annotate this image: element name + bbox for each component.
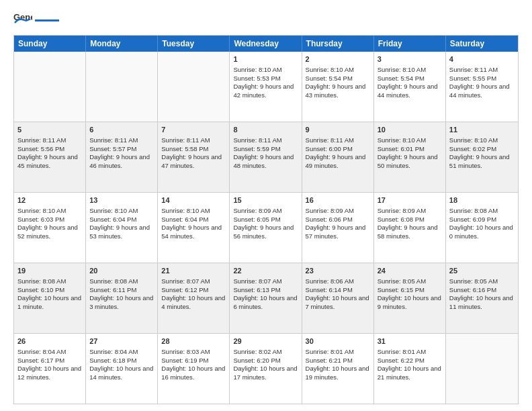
weekday-header-friday: Friday [374, 36, 446, 52]
day-number: 7 [161, 125, 226, 135]
calendar-day-10: 10Sunrise: 8:10 AM Sunset: 6:01 PM Dayli… [374, 122, 446, 192]
weekday-header-saturday: Saturday [446, 36, 518, 52]
day-number: 6 [89, 125, 154, 135]
day-info: Sunrise: 8:09 AM Sunset: 6:06 PM Dayligh… [306, 207, 366, 240]
day-info: Sunrise: 8:10 AM Sunset: 6:04 PM Dayligh… [161, 207, 222, 240]
calendar-day-20: 20Sunrise: 8:08 AM Sunset: 6:11 PM Dayli… [86, 263, 158, 333]
calendar-day-24: 24Sunrise: 8:05 AM Sunset: 6:15 PM Dayli… [374, 263, 446, 333]
calendar-row-4: 26Sunrise: 8:04 AM Sunset: 6:17 PM Dayli… [14, 334, 518, 404]
calendar-day-5: 5Sunrise: 8:11 AM Sunset: 5:56 PM Daylig… [14, 122, 86, 192]
day-info: Sunrise: 8:02 AM Sunset: 6:20 PM Dayligh… [233, 348, 297, 381]
calendar-header: SundayMondayTuesdayWednesdayThursdayFrid… [14, 36, 518, 52]
day-info: Sunrise: 8:09 AM Sunset: 6:08 PM Dayligh… [378, 207, 438, 240]
day-number: 16 [306, 195, 370, 205]
day-number: 5 [17, 125, 82, 135]
calendar-day-9: 9Sunrise: 8:11 AM Sunset: 6:00 PM Daylig… [302, 122, 374, 192]
day-info: Sunrise: 8:09 AM Sunset: 6:05 PM Dayligh… [233, 207, 294, 240]
calendar-day-16: 16Sunrise: 8:09 AM Sunset: 6:06 PM Dayli… [302, 193, 374, 263]
day-info: Sunrise: 8:10 AM Sunset: 6:02 PM Dayligh… [449, 136, 510, 169]
day-info: Sunrise: 8:06 AM Sunset: 6:14 PM Dayligh… [306, 277, 369, 310]
day-info: Sunrise: 8:10 AM Sunset: 6:03 PM Dayligh… [17, 207, 78, 240]
day-info: Sunrise: 8:04 AM Sunset: 6:18 PM Dayligh… [89, 348, 153, 381]
calendar-day-31: 31Sunrise: 8:01 AM Sunset: 6:22 PM Dayli… [374, 334, 446, 404]
day-number: 9 [306, 125, 370, 135]
day-info: Sunrise: 8:11 AM Sunset: 5:55 PM Dayligh… [449, 66, 510, 99]
calendar-day-6: 6Sunrise: 8:11 AM Sunset: 5:57 PM Daylig… [86, 122, 158, 192]
calendar-row-1: 5Sunrise: 8:11 AM Sunset: 5:56 PM Daylig… [14, 122, 518, 193]
calendar-day-22: 22Sunrise: 8:07 AM Sunset: 6:13 PM Dayli… [230, 263, 302, 333]
weekday-header-tuesday: Tuesday [158, 36, 230, 52]
day-number: 23 [306, 266, 370, 276]
calendar-day-19: 19Sunrise: 8:08 AM Sunset: 6:10 PM Dayli… [14, 263, 86, 333]
calendar-day-18: 18Sunrise: 8:08 AM Sunset: 6:09 PM Dayli… [446, 193, 518, 263]
calendar-row-3: 19Sunrise: 8:08 AM Sunset: 6:10 PM Dayli… [14, 263, 518, 334]
calendar-day-11: 11Sunrise: 8:10 AM Sunset: 6:02 PM Dayli… [446, 122, 518, 192]
day-number: 21 [161, 266, 226, 276]
weekday-header-wednesday: Wednesday [230, 36, 302, 52]
day-info: Sunrise: 8:10 AM Sunset: 5:53 PM Dayligh… [233, 66, 294, 99]
calendar-day-12: 12Sunrise: 8:10 AM Sunset: 6:03 PM Dayli… [14, 193, 86, 263]
day-info: Sunrise: 8:03 AM Sunset: 6:19 PM Dayligh… [161, 348, 225, 381]
day-info: Sunrise: 8:07 AM Sunset: 6:13 PM Dayligh… [233, 277, 297, 310]
calendar-empty-cell [158, 52, 230, 122]
logo: General [13, 11, 59, 30]
calendar-day-7: 7Sunrise: 8:11 AM Sunset: 5:58 PM Daylig… [158, 122, 230, 192]
day-info: Sunrise: 8:11 AM Sunset: 6:00 PM Dayligh… [306, 136, 366, 169]
calendar-row-0: 1Sunrise: 8:10 AM Sunset: 5:53 PM Daylig… [14, 52, 518, 122]
calendar-day-27: 27Sunrise: 8:04 AM Sunset: 6:18 PM Dayli… [86, 334, 158, 404]
weekday-header-thursday: Thursday [302, 36, 374, 52]
day-number: 4 [449, 54, 515, 64]
day-info: Sunrise: 8:08 AM Sunset: 6:11 PM Dayligh… [89, 277, 153, 310]
day-number: 10 [378, 125, 442, 135]
day-number: 15 [233, 195, 298, 205]
day-info: Sunrise: 8:11 AM Sunset: 5:57 PM Dayligh… [89, 136, 150, 169]
day-number: 19 [17, 266, 82, 276]
day-number: 2 [306, 54, 370, 64]
calendar-day-21: 21Sunrise: 8:07 AM Sunset: 6:12 PM Dayli… [158, 263, 230, 333]
day-number: 12 [17, 195, 82, 205]
day-info: Sunrise: 8:05 AM Sunset: 6:15 PM Dayligh… [378, 277, 441, 310]
day-info: Sunrise: 8:01 AM Sunset: 6:21 PM Dayligh… [306, 348, 369, 381]
day-info: Sunrise: 8:11 AM Sunset: 5:58 PM Dayligh… [161, 136, 222, 169]
logo-icon: General [13, 11, 32, 30]
day-info: Sunrise: 8:08 AM Sunset: 6:10 PM Dayligh… [17, 277, 81, 310]
day-number: 13 [89, 195, 154, 205]
day-number: 18 [449, 195, 515, 205]
day-number: 8 [233, 125, 298, 135]
day-number: 11 [449, 125, 515, 135]
day-number: 24 [378, 266, 442, 276]
day-number: 20 [89, 266, 154, 276]
day-number: 28 [161, 336, 226, 347]
day-info: Sunrise: 8:10 AM Sunset: 5:54 PM Dayligh… [306, 66, 366, 99]
calendar-day-30: 30Sunrise: 8:01 AM Sunset: 6:21 PM Dayli… [302, 334, 374, 404]
day-info: Sunrise: 8:10 AM Sunset: 5:54 PM Dayligh… [378, 66, 438, 99]
day-info: Sunrise: 8:04 AM Sunset: 6:17 PM Dayligh… [17, 348, 81, 381]
day-info: Sunrise: 8:11 AM Sunset: 5:59 PM Dayligh… [233, 136, 294, 169]
calendar-empty-cell [446, 334, 518, 404]
day-number: 30 [306, 336, 370, 347]
weekday-header-sunday: Sunday [14, 36, 86, 52]
calendar-day-2: 2Sunrise: 8:10 AM Sunset: 5:54 PM Daylig… [302, 52, 374, 122]
day-number: 29 [233, 336, 298, 347]
day-number: 26 [17, 336, 82, 347]
day-number: 27 [89, 336, 154, 347]
calendar-day-8: 8Sunrise: 8:11 AM Sunset: 5:59 PM Daylig… [230, 122, 302, 192]
calendar-day-15: 15Sunrise: 8:09 AM Sunset: 6:05 PM Dayli… [230, 193, 302, 263]
day-info: Sunrise: 8:08 AM Sunset: 6:09 PM Dayligh… [449, 207, 513, 240]
day-info: Sunrise: 8:07 AM Sunset: 6:12 PM Dayligh… [161, 277, 225, 310]
day-info: Sunrise: 8:05 AM Sunset: 6:16 PM Dayligh… [449, 277, 513, 310]
day-info: Sunrise: 8:10 AM Sunset: 6:01 PM Dayligh… [378, 136, 438, 169]
day-number: 3 [378, 54, 442, 64]
calendar-day-1: 1Sunrise: 8:10 AM Sunset: 5:53 PM Daylig… [230, 52, 302, 122]
day-number: 17 [378, 195, 442, 205]
calendar: SundayMondayTuesdayWednesdayThursdayFrid… [13, 35, 519, 404]
calendar-body: 1Sunrise: 8:10 AM Sunset: 5:53 PM Daylig… [14, 52, 518, 404]
calendar-day-25: 25Sunrise: 8:05 AM Sunset: 6:16 PM Dayli… [446, 263, 518, 333]
calendar-day-4: 4Sunrise: 8:11 AM Sunset: 5:55 PM Daylig… [446, 52, 518, 122]
day-number: 1 [233, 54, 298, 64]
calendar-day-23: 23Sunrise: 8:06 AM Sunset: 6:14 PM Dayli… [302, 263, 374, 333]
calendar-day-3: 3Sunrise: 8:10 AM Sunset: 5:54 PM Daylig… [374, 52, 446, 122]
calendar-row-2: 12Sunrise: 8:10 AM Sunset: 6:03 PM Dayli… [14, 193, 518, 263]
page-header: General [13, 11, 519, 30]
calendar-empty-cell [14, 52, 86, 122]
